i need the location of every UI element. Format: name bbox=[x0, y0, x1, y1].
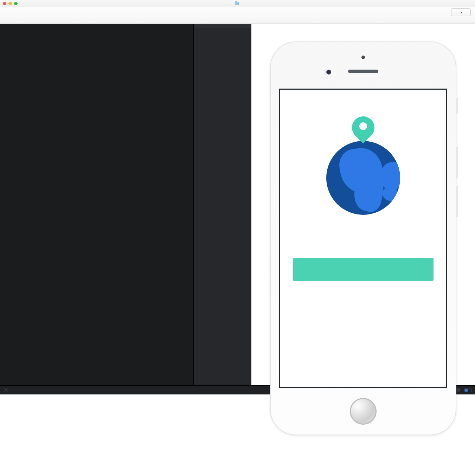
svg-rect-1 bbox=[457, 390, 460, 391]
window-titlebar bbox=[0, 0, 475, 7]
device-frame bbox=[270, 41, 456, 435]
settings-icon[interactable] bbox=[4, 387, 8, 393]
zoom-control[interactable]: ▾ bbox=[451, 8, 471, 17]
panel-toggle[interactable] bbox=[464, 388, 471, 392]
location-illustration bbox=[326, 116, 400, 215]
front-camera-icon bbox=[326, 70, 331, 75]
speaker-grille-icon bbox=[348, 70, 378, 73]
svg-point-0 bbox=[5, 389, 7, 391]
preview-canvas bbox=[251, 24, 475, 385]
close-traffic-light[interactable] bbox=[3, 2, 6, 5]
folder-icon bbox=[235, 2, 239, 5]
location-pin-icon bbox=[352, 116, 374, 147]
device-side-button bbox=[456, 98, 458, 114]
prototype-screen[interactable] bbox=[279, 89, 447, 388]
proximity-sensor-icon bbox=[361, 56, 365, 59]
minimize-traffic-light[interactable] bbox=[8, 2, 12, 5]
device-side-button bbox=[456, 186, 458, 217]
zoom-traffic-light[interactable] bbox=[14, 2, 18, 5]
layer-panel-head[interactable] bbox=[194, 24, 251, 28]
earth-icon bbox=[326, 141, 400, 215]
toolbar: ▾ bbox=[0, 7, 475, 24]
chevron-down-icon: ▾ bbox=[461, 11, 462, 14]
home-button[interactable] bbox=[350, 398, 377, 425]
device-side-button bbox=[456, 147, 458, 179]
enable-location-button[interactable] bbox=[293, 258, 434, 281]
code-editor[interactable] bbox=[0, 24, 193, 385]
print-icon[interactable] bbox=[456, 387, 461, 393]
layer-panel bbox=[193, 24, 251, 385]
